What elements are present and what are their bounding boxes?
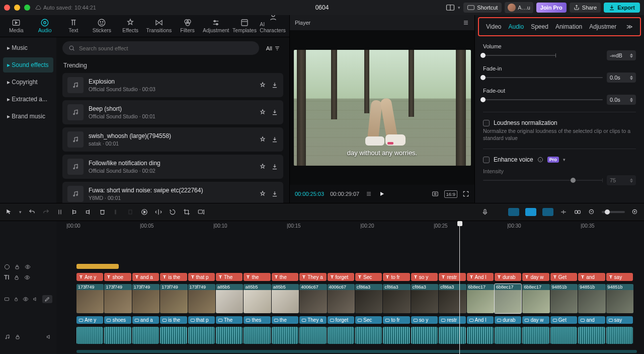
fadeout-value[interactable]: 0.0s <box>607 95 636 105</box>
text-clip[interactable]: durab <box>495 273 521 281</box>
timeline-scrollbar[interactable] <box>76 350 637 353</box>
trim-left-tool[interactable] <box>70 208 78 216</box>
window-close[interactable] <box>4 5 10 11</box>
caption-clip[interactable]: And l <box>467 316 494 324</box>
eye-icon[interactable] <box>23 296 29 302</box>
audio-clip[interactable] <box>439 327 465 344</box>
fadein-value[interactable]: 0.0s <box>607 73 636 83</box>
caption-clip[interactable]: Sec <box>355 316 382 324</box>
module-tab-stickers[interactable]: Stickers <box>88 16 116 37</box>
list-icon[interactable] <box>365 191 372 197</box>
fullscreen-icon[interactable] <box>462 190 469 197</box>
video-clip[interactable]: cf86a3 <box>355 284 382 313</box>
video-track[interactable]: 173f749173f749173f749173f749173f749a85b5… <box>56 284 644 315</box>
text-clip[interactable]: and a <box>132 273 159 281</box>
caption-track[interactable]: Are yshoesand ais thethat pThethestheThe… <box>56 315 644 326</box>
eye-icon[interactable] <box>24 264 31 270</box>
audio-clip[interactable] <box>76 327 103 344</box>
lock-icon[interactable] <box>14 296 19 302</box>
audio-clip[interactable] <box>578 327 605 344</box>
volume-slider[interactable] <box>483 55 556 56</box>
audio-clip[interactable] <box>495 327 521 344</box>
text-clip[interactable]: so y <box>411 273 438 281</box>
text-clip[interactable]: day w <box>522 273 549 281</box>
loudness-checkbox[interactable] <box>483 120 490 126</box>
audio-clip[interactable] <box>606 327 633 344</box>
aspect-ratio[interactable]: 16:9 <box>444 190 458 198</box>
video-clip[interactable]: 173f749 <box>132 284 159 313</box>
text-clip[interactable]: to fr <box>383 273 410 281</box>
text-track[interactable]: Are yshoeand ais thethat pThethetheThey … <box>56 271 644 284</box>
video-clip[interactable]: 173f749 <box>104 284 131 313</box>
text-clip[interactable]: say <box>606 273 633 281</box>
chevron-down-icon[interactable]: ▾ <box>458 5 460 10</box>
marker-track[interactable] <box>56 262 644 271</box>
volume-value[interactable]: -∞dB <box>607 50 636 60</box>
video-clip[interactable]: 94851b <box>606 284 633 313</box>
favorite-icon[interactable] <box>259 163 266 170</box>
inspector-tab-audio[interactable]: Audio <box>508 23 524 30</box>
text-clip[interactable]: that p <box>188 273 215 281</box>
inspector-tab-speed[interactable]: Speed <box>531 23 548 30</box>
playhead[interactable] <box>459 221 460 354</box>
video-clip[interactable]: 6b8ec17 <box>522 284 549 313</box>
sound-item[interactable]: Follow/like notification dingOfficial So… <box>62 155 283 179</box>
audio-clip[interactable] <box>188 327 215 344</box>
mirror-tool[interactable] <box>154 208 163 216</box>
text-clip[interactable]: shoe <box>104 273 131 281</box>
text-clip[interactable]: is the <box>160 273 187 281</box>
undo-button[interactable] <box>28 208 36 216</box>
module-tab-text[interactable]: Text <box>59 16 88 37</box>
text-clip[interactable]: And l <box>467 273 494 281</box>
download-icon[interactable] <box>271 163 278 170</box>
more-tabs-icon[interactable]: ≫ <box>626 23 633 30</box>
module-tab-adjustment[interactable]: Adjustment <box>202 16 230 37</box>
sound-item[interactable]: Beep (short)Official Sound Studio · 00:0… <box>62 100 283 124</box>
chevron-down-icon[interactable]: ▾ <box>19 209 22 215</box>
snapshot-icon[interactable] <box>431 190 439 197</box>
caption-clip[interactable]: day w <box>522 316 549 324</box>
caption-clip[interactable]: forget <box>328 316 354 324</box>
caption-clip[interactable]: Are y <box>76 316 103 324</box>
pointer-tool[interactable] <box>5 208 13 216</box>
sound-item[interactable]: Fuwa: short wind noise: swipe etc(222764… <box>62 182 283 203</box>
download-icon[interactable] <box>271 82 278 89</box>
audio-clip[interactable] <box>550 327 577 344</box>
module-tab-filters[interactable]: Filters <box>173 16 202 37</box>
speaker-icon[interactable] <box>33 296 38 302</box>
mic-icon[interactable] <box>481 208 489 216</box>
split-tool[interactable] <box>56 208 64 216</box>
video-clip[interactable]: cf86a3 <box>383 284 410 313</box>
lock-icon[interactable] <box>14 264 20 270</box>
link-icon[interactable] <box>574 208 582 216</box>
audio-clip[interactable] <box>216 327 243 344</box>
library-sidebar-item[interactable]: ▸ Brand music <box>3 109 53 124</box>
video-clip[interactable]: 94851b <box>578 284 605 313</box>
library-sidebar-item[interactable]: ▸ Extracted a... <box>3 92 53 107</box>
favorite-icon[interactable] <box>259 136 266 143</box>
loudness-row[interactable]: Loudness normalization <box>483 119 636 126</box>
audio-clip[interactable] <box>467 327 494 344</box>
text-clip[interactable]: the <box>244 273 270 281</box>
audio-clip[interactable] <box>355 327 382 344</box>
player-menu-icon[interactable] <box>462 20 469 26</box>
preview-tool[interactable] <box>140 208 148 216</box>
favorite-icon[interactable] <box>259 190 266 197</box>
track-mode-1[interactable] <box>508 208 519 216</box>
audio-clip[interactable] <box>244 327 270 344</box>
marker-clip[interactable] <box>76 264 119 269</box>
audio-clip[interactable] <box>383 327 410 344</box>
share-button[interactable]: Share <box>570 3 601 13</box>
video-clip[interactable]: a85b5 <box>244 284 271 313</box>
mark-out-tool[interactable] <box>126 208 134 216</box>
rotate-tool[interactable] <box>169 208 177 216</box>
module-tab-templates[interactable]: Templates <box>230 16 259 37</box>
caption-clip[interactable]: to fr <box>383 316 410 324</box>
module-tab-media[interactable]: Media <box>2 16 31 37</box>
video-clip[interactable]: 173f749 <box>160 284 187 313</box>
text-clip[interactable]: the <box>272 273 298 281</box>
inspector-tab-video[interactable]: Video <box>486 23 501 30</box>
library-sidebar-item[interactable]: ▸ Music <box>3 40 53 55</box>
caption-clip[interactable]: and a <box>132 316 159 324</box>
track-mode-3[interactable] <box>542 208 553 216</box>
